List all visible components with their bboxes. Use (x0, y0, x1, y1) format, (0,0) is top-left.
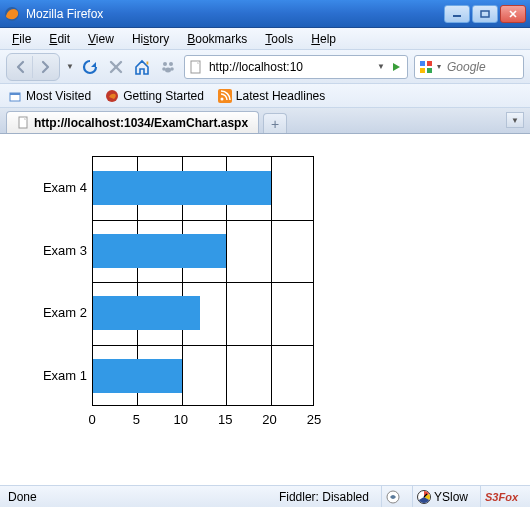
menu-bookmarks[interactable]: Bookmarks (179, 30, 255, 48)
bookmark-getting-started[interactable]: Getting Started (105, 89, 204, 103)
google-icon (419, 60, 433, 74)
gridline-h (93, 345, 313, 346)
minimize-button[interactable] (444, 5, 470, 23)
noscript-icon[interactable] (381, 486, 404, 507)
getting-started-icon (105, 89, 119, 103)
svg-rect-7 (146, 61, 148, 64)
maximize-button[interactable] (472, 5, 498, 23)
yslow-button[interactable]: YSlow (412, 486, 472, 507)
page-icon (17, 116, 30, 129)
tab-label: http://localhost:1034/ExamChart.aspx (34, 116, 248, 130)
navigation-toolbar: ▼ ▼ ▾ (0, 50, 530, 84)
chart-bar (93, 296, 200, 330)
svg-point-8 (163, 62, 167, 66)
tab-active[interactable]: http://localhost:1034/ExamChart.aspx (6, 111, 259, 133)
x-tick-label: 0 (88, 412, 95, 427)
rss-icon (218, 89, 232, 103)
url-bar[interactable]: ▼ (184, 55, 408, 79)
close-button[interactable] (500, 5, 526, 23)
y-tick-label: Exam 3 (32, 242, 87, 257)
gridline-h (93, 220, 313, 221)
status-text: Done (8, 490, 37, 504)
search-engine-dropdown[interactable]: ▾ (437, 62, 441, 71)
paw-icon[interactable] (158, 57, 178, 77)
x-tick-label: 10 (174, 412, 188, 427)
chart-bar (93, 171, 271, 205)
window-titlebar: Mozilla Firefox (0, 0, 530, 28)
window-title: Mozilla Firefox (26, 7, 444, 21)
svg-rect-15 (427, 61, 432, 66)
x-tick-label: 25 (307, 412, 321, 427)
svg-point-22 (220, 97, 223, 100)
chart-plot-area (92, 156, 314, 406)
menu-view[interactable]: View (80, 30, 122, 48)
list-all-tabs-button[interactable]: ▼ (506, 112, 524, 128)
svg-rect-14 (420, 61, 425, 66)
gridline-v (271, 157, 272, 405)
bookmark-most-visited[interactable]: Most Visited (8, 89, 91, 103)
exam-chart: 0510152025Exam 4Exam 3Exam 2Exam 1 (32, 156, 322, 436)
svg-rect-19 (10, 93, 20, 95)
y-tick-label: Exam 4 (32, 180, 87, 195)
x-tick-label: 15 (218, 412, 232, 427)
chart-bar (93, 359, 182, 393)
search-bar[interactable]: ▾ (414, 55, 524, 79)
status-bar: Done Fiddler: Disabled YSlow S3Fox (0, 485, 530, 507)
y-tick-label: Exam 2 (32, 305, 87, 320)
svg-point-12 (165, 67, 171, 72)
svg-rect-23 (19, 117, 27, 128)
firefox-icon (4, 6, 20, 22)
svg-rect-1 (453, 15, 461, 17)
page-content: 0510152025Exam 4Exam 3Exam 2Exam 1 (2, 134, 528, 485)
bookmark-label: Latest Headlines (236, 89, 325, 103)
gridline-h (93, 282, 313, 283)
svg-point-9 (169, 62, 173, 66)
x-tick-label: 5 (133, 412, 140, 427)
reload-button[interactable] (80, 57, 100, 77)
menu-file[interactable]: File (4, 30, 39, 48)
x-tick-label: 20 (262, 412, 276, 427)
bookmark-label: Most Visited (26, 89, 91, 103)
forward-button[interactable] (33, 56, 57, 78)
chart-bar (93, 234, 226, 268)
new-tab-button[interactable]: + (263, 113, 287, 133)
stop-button[interactable] (106, 57, 126, 77)
bookmarks-toolbar: Most Visited Getting Started Latest Head… (0, 84, 530, 108)
search-input[interactable] (445, 59, 519, 75)
svg-rect-16 (420, 68, 425, 73)
menu-help[interactable]: Help (303, 30, 344, 48)
bookmark-latest-headlines[interactable]: Latest Headlines (218, 89, 325, 103)
menubar: File Edit View History Bookmarks Tools H… (0, 28, 530, 50)
page-icon (189, 60, 203, 74)
back-button[interactable] (9, 56, 33, 78)
s3fox-button[interactable]: S3Fox (480, 486, 522, 507)
menu-tools[interactable]: Tools (257, 30, 301, 48)
bookmark-label: Getting Started (123, 89, 204, 103)
y-tick-label: Exam 1 (32, 367, 87, 382)
go-button[interactable] (389, 60, 403, 74)
svg-rect-17 (427, 68, 432, 73)
fiddler-status[interactable]: Fiddler: Disabled (275, 486, 373, 507)
url-input[interactable] (207, 59, 373, 75)
menu-edit[interactable]: Edit (41, 30, 78, 48)
svg-rect-2 (481, 11, 489, 17)
url-dropdown[interactable]: ▼ (377, 62, 385, 71)
home-button[interactable] (132, 57, 152, 77)
tab-strip: http://localhost:1034/ExamChart.aspx + ▼ (0, 108, 530, 134)
most-visited-icon (8, 89, 22, 103)
yslow-icon (417, 490, 431, 504)
nav-history-dropdown[interactable]: ▼ (66, 62, 74, 71)
menu-history[interactable]: History (124, 30, 177, 48)
